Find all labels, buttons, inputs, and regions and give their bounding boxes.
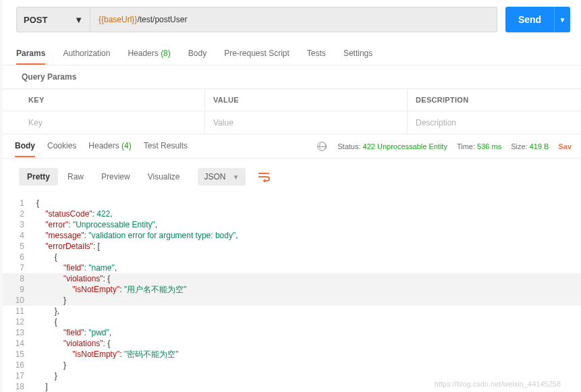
send-group: Send ▼ bbox=[505, 7, 570, 32]
tab-params[interactable]: Params bbox=[16, 49, 45, 65]
time-label: Time: bbox=[457, 142, 475, 150]
view-tab-raw[interactable]: Raw bbox=[59, 168, 92, 186]
kv-row[interactable]: Key Value Description bbox=[3, 111, 581, 134]
view-tab-visualize[interactable]: Visualize bbox=[140, 168, 188, 186]
save-response-link[interactable]: Sav bbox=[558, 142, 572, 150]
code-content[interactable]: "isNotEmpty": "用户名不能为空" bbox=[36, 284, 186, 295]
code-line: 16 } bbox=[3, 360, 581, 370]
code-content[interactable]: "field": "pwd", bbox=[36, 327, 111, 338]
code-content[interactable]: }, bbox=[36, 306, 59, 316]
response-body[interactable]: 1{2 "statusCode": 422,3 "error": "Unproc… bbox=[3, 195, 581, 392]
code-content[interactable]: } bbox=[36, 370, 57, 381]
tab-headers-label: Headers bbox=[128, 49, 161, 58]
code-line: 2 "statusCode": 422, bbox=[3, 208, 581, 219]
code-line: 6 { bbox=[3, 252, 581, 262]
resp-tab-headers[interactable]: Headers (4) bbox=[88, 141, 131, 151]
code-line: 7 "field": "name", bbox=[3, 262, 581, 273]
col-header-value: VALUE bbox=[205, 89, 408, 111]
code-content[interactable]: { bbox=[36, 252, 57, 262]
body-view-controls: Pretty Raw Preview Visualize JSON ▼ bbox=[3, 159, 581, 195]
line-number: 16 bbox=[3, 360, 36, 370]
col-header-key: KEY bbox=[3, 89, 205, 111]
tab-tests[interactable]: Tests bbox=[307, 49, 326, 65]
resp-tab-cookies[interactable]: Cookies bbox=[47, 141, 76, 151]
code-line: 5 "errorDetails": [ bbox=[3, 241, 581, 252]
line-number: 14 bbox=[3, 338, 36, 349]
size-value: 419 B bbox=[530, 142, 549, 150]
http-method-select[interactable]: POST ▼ bbox=[16, 7, 90, 32]
line-number: 11 bbox=[3, 306, 36, 316]
key-input[interactable]: Key bbox=[3, 111, 205, 134]
line-number: 5 bbox=[3, 241, 36, 252]
value-input[interactable]: Value bbox=[205, 111, 408, 134]
send-button[interactable]: Send bbox=[505, 7, 554, 32]
code-content[interactable]: } bbox=[36, 295, 66, 306]
line-number: 3 bbox=[3, 219, 36, 230]
kv-header: KEY VALUE DESCRIPTION bbox=[3, 88, 581, 111]
line-number: 9 bbox=[3, 284, 36, 295]
chevron-down-icon: ▼ bbox=[74, 15, 83, 25]
line-number: 6 bbox=[3, 252, 36, 262]
line-number: 7 bbox=[3, 262, 36, 273]
watermark: https://blog.csdn.net/weixin_44145258 bbox=[435, 380, 561, 388]
url-input[interactable]: {{baseUrl}}/test/postUser bbox=[90, 7, 497, 32]
request-bar: POST ▼ {{baseUrl}}/test/postUser Send ▼ bbox=[3, 0, 581, 39]
tab-authorization[interactable]: Authorization bbox=[63, 49, 110, 65]
code-content[interactable]: } bbox=[36, 360, 66, 370]
code-line: 14 "violations": { bbox=[3, 338, 581, 349]
request-tabs: Params Authorization Headers (8) Body Pr… bbox=[3, 39, 581, 65]
desc-input[interactable]: Description bbox=[408, 111, 581, 134]
code-content[interactable]: ] bbox=[36, 381, 48, 392]
format-select[interactable]: JSON ▼ bbox=[198, 168, 246, 186]
code-line: 10 } bbox=[3, 295, 581, 306]
code-content[interactable]: "error": "Unprocessable Entity", bbox=[36, 219, 157, 230]
code-content[interactable]: "isNotEmpty": "密码不能为空" bbox=[36, 349, 178, 360]
response-tabs: Body Cookies Headers (4) Test Results bbox=[15, 141, 188, 151]
resp-tab-headers-label: Headers bbox=[88, 141, 121, 150]
code-content[interactable]: "violations": { bbox=[36, 273, 110, 284]
url-variable: {{baseUrl}} bbox=[99, 15, 137, 24]
col-header-desc: DESCRIPTION bbox=[408, 89, 581, 111]
size-group[interactable]: Size: 419 B bbox=[511, 142, 549, 150]
line-number: 2 bbox=[3, 208, 36, 219]
globe-icon[interactable] bbox=[317, 142, 327, 151]
tab-headers[interactable]: Headers (8) bbox=[128, 49, 170, 65]
size-label: Size: bbox=[511, 142, 527, 150]
response-bar: Body Cookies Headers (4) Test Results St… bbox=[3, 134, 581, 159]
format-value: JSON bbox=[204, 172, 226, 181]
wrap-lines-icon[interactable] bbox=[252, 167, 275, 187]
code-content[interactable]: { bbox=[36, 316, 57, 327]
status-group[interactable]: Status: 422 Unprocessable Entity bbox=[337, 142, 447, 150]
line-number: 15 bbox=[3, 349, 36, 360]
query-params-label: Query Params bbox=[3, 65, 581, 88]
line-number: 10 bbox=[3, 295, 36, 306]
code-content[interactable]: "message": "validation error for argumen… bbox=[36, 230, 238, 241]
line-number: 1 bbox=[3, 198, 36, 208]
time-group[interactable]: Time: 536 ms bbox=[457, 142, 501, 150]
code-content[interactable]: "statusCode": 422, bbox=[36, 208, 113, 219]
code-content[interactable]: "violations": { bbox=[36, 338, 110, 349]
code-content[interactable]: { bbox=[36, 198, 39, 208]
line-number: 4 bbox=[3, 230, 36, 241]
line-number: 12 bbox=[3, 316, 36, 327]
view-tab-preview[interactable]: Preview bbox=[93, 168, 138, 186]
url-path: /test/postUser bbox=[137, 15, 187, 24]
code-line: 4 "message": "validation error for argum… bbox=[3, 230, 581, 241]
status-value: 422 Unprocessable Entity bbox=[363, 142, 447, 150]
view-tab-pretty[interactable]: Pretty bbox=[19, 168, 58, 186]
tab-body[interactable]: Body bbox=[188, 49, 206, 65]
tab-settings[interactable]: Settings bbox=[343, 49, 372, 65]
code-content[interactable]: "errorDetails": [ bbox=[36, 241, 100, 252]
http-method-value: POST bbox=[24, 15, 47, 25]
code-line: 15 "isNotEmpty": "密码不能为空" bbox=[3, 349, 581, 360]
resp-tab-testresults[interactable]: Test Results bbox=[144, 141, 188, 151]
send-dropdown[interactable]: ▼ bbox=[554, 7, 570, 32]
code-line: 11 }, bbox=[3, 306, 581, 316]
code-line: 1{ bbox=[3, 198, 581, 208]
tab-prerequest[interactable]: Pre-request Script bbox=[224, 49, 289, 65]
resp-tab-headers-count: (4) bbox=[121, 141, 132, 150]
time-value: 536 ms bbox=[477, 142, 501, 150]
resp-tab-body[interactable]: Body bbox=[15, 141, 35, 157]
code-content[interactable]: "field": "name", bbox=[36, 262, 117, 273]
status-label: Status: bbox=[337, 142, 360, 150]
